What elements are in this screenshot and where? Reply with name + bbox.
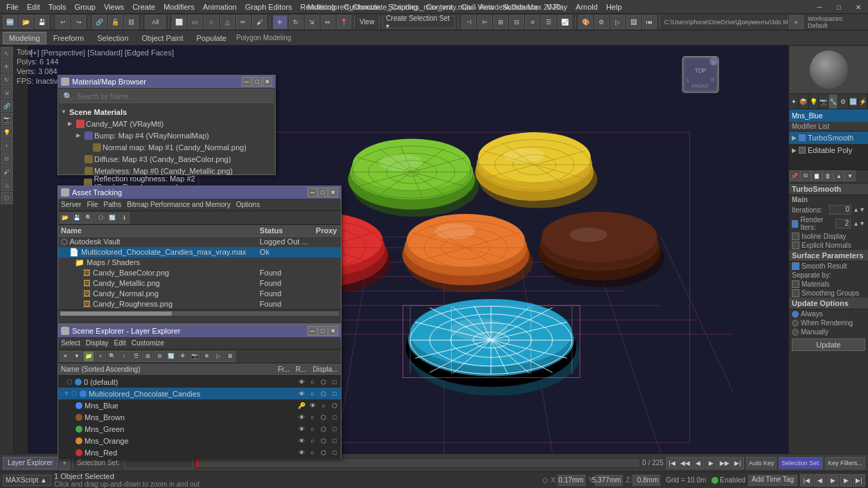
mat-maximize[interactable]: □ [252,77,262,87]
left-rotate-icon[interactable]: ↻ [1,73,13,86]
asset-row-roughness[interactable]: 🖼 Candy_Roughness.png Found [58,299,341,309]
se-rend-brown[interactable]: ⬡ [319,413,328,422]
se-delete-btn[interactable]: ✕ [60,351,71,362]
menu-file[interactable]: File [3,2,22,12]
se-rend-0[interactable]: ⬡ [319,377,328,387]
asset-row-normal[interactable]: 🖼 Candy_Normal.png Found [58,289,341,299]
se-disp-brown[interactable]: □ [330,413,339,422]
pb-start[interactable]: |◀ [666,457,678,469]
mat-candy-mat[interactable]: ▶ Candy_MAT (VRayMtl) [60,118,274,129]
pb-selected[interactable]: Selection Set: [779,457,823,469]
paint-btn[interactable]: 🖌 [252,15,267,29]
se-col-display[interactable]: Displa... [310,365,341,373]
mod-icon-paste[interactable]: 📋 [811,170,822,181]
pb-back[interactable]: ◀ [692,457,705,469]
mod-cb-2[interactable] [799,147,806,154]
menu-animation[interactable]: Animation [200,2,240,12]
unlink-button[interactable]: 🔓 [108,15,123,29]
circ-btn[interactable]: ○ [204,15,218,29]
mirror-btn[interactable]: ⊣ [461,15,476,29]
render-iters-value[interactable]: 2 [835,219,851,228]
pb-end[interactable]: ▶| [732,457,744,469]
rendering-radio[interactable] [792,320,799,327]
col-name[interactable]: Name [58,225,257,236]
modifier-turbosmooth[interactable]: ▶ TurboSmooth [789,132,868,144]
se-row-0[interactable]: ⬡ 0 (default) 👁 ○ ⬡ □ [58,376,341,388]
mod-icon-copy[interactable]: ⧉ [800,170,811,181]
y-value[interactable]: 5.377mm [595,475,623,486]
asset-menu-bitmap[interactable]: Bitmap Performance and Memory [127,201,231,208]
mat-minimize[interactable]: ─ [242,77,251,87]
se-refresh-btn[interactable]: 🔄 [166,351,177,362]
se-rend-1[interactable]: ⬡ [319,389,328,399]
menu-graph-editors[interactable]: Graph Editors [242,2,296,12]
select-btn[interactable]: ⬜ [172,15,186,29]
maxscript-field[interactable]: MAXScript ▲ [3,475,51,486]
render-btn[interactable]: ▷ [610,15,625,29]
pb2-start[interactable]: |◀ [800,474,813,487]
se-menu-display[interactable]: Display [86,339,109,347]
pb-prev[interactable]: ◀◀ [679,457,691,469]
x-value[interactable]: 0.17mm [558,475,585,486]
asset-row-basecolor[interactable]: 🖼 Candy_BaseColor.png Found [58,268,341,278]
left-light-icon[interactable]: 💡 [1,126,13,138]
left-link-icon[interactable]: 🔗 [1,100,13,112]
pb2-play[interactable]: ▶ [826,474,839,487]
se-eye-1[interactable]: 👁 [296,389,306,399]
menu-views[interactable]: Views [100,2,127,12]
se-display-btn[interactable]: 🖥 [224,351,236,362]
rp-tab-3[interactable]: 📷 [819,94,829,109]
align-btn[interactable]: ⊨ [477,15,492,29]
left-space-icon[interactable]: ⊙ [1,152,13,165]
always-radio[interactable] [792,311,799,318]
pb-fwd[interactable]: ▶▶ [718,457,731,469]
more-toolbar-btn[interactable]: » [789,15,804,29]
left-camera-icon[interactable]: 📷 [1,113,13,125]
mod-icon-pin[interactable]: 📌 [789,170,800,181]
se-search-btn[interactable]: 🔍 [107,351,118,362]
left-shapes-icon[interactable]: △ [1,179,13,191]
mat-close[interactable]: ✕ [263,77,272,87]
asset-menu-file[interactable]: File [87,201,98,208]
se-cam-1[interactable]: ○ [308,389,317,399]
manually-radio[interactable] [792,329,799,336]
rp-tab-6[interactable]: 🔢 [849,94,858,109]
se-row-green[interactable]: Mns_Green 👁 ○ ⬡ □ [58,423,341,435]
timeline-track[interactable] [195,458,641,468]
iterations-spin[interactable]: ▲▼ [853,206,865,213]
rp-tab-1[interactable]: 📦 [799,94,808,109]
scale-btn[interactable]: ⇲ [305,15,319,29]
se-eye-blue[interactable]: 🔑 [296,401,306,410]
se-local-btn[interactable]: 📁 [83,351,94,362]
asset-row-metallic[interactable]: 🖼 Candy_Metallic.png Found [58,278,341,289]
menu-modifiers[interactable]: Modifiers [160,2,198,12]
materials-cb[interactable] [792,280,799,288]
se-cam-brown[interactable]: ○ [308,413,317,422]
workspaces-label[interactable]: Workspaces: Default [805,15,865,29]
mode-object-paint[interactable]: Object Paint [136,32,190,44]
z-value[interactable]: 0.8mm [632,475,660,486]
se-menu-customize[interactable]: Customize [132,339,164,347]
se-list-btn[interactable]: ☰ [130,351,141,362]
selection-set-dropdown[interactable]: Create Selection Set ▾ [382,16,455,28]
asset-menu-paths[interactable]: Paths [104,201,122,208]
slate-btn[interactable]: 🎨 [578,15,593,29]
menu-tools[interactable]: Tools [45,2,70,12]
mode-freeform[interactable]: Freeform [47,32,91,44]
se-eye-red[interactable]: 👁 [296,448,306,458]
update-button[interactable]: Update [792,338,865,351]
asset-row-max[interactable]: 📄 Multicolored_Chocolate_Candies_max_vra… [58,247,341,257]
render-last-btn[interactable]: ⏮ [642,15,657,29]
mode-selection[interactable]: Selection [91,32,134,44]
rect-btn[interactable]: ▭ [188,15,202,29]
se-menu-select[interactable]: Select [61,339,80,347]
menu-vray[interactable]: V-Ray [543,2,571,12]
mod-icon-down[interactable]: ▼ [844,170,856,181]
place-btn[interactable]: 📍 [337,15,351,29]
menu-create[interactable]: Create [129,2,159,12]
menu-rendering[interactable]: Rendering [297,2,339,12]
isoline-cb[interactable] [792,233,799,240]
menu-help[interactable]: Help [603,2,626,12]
mod-icon-up[interactable]: ▲ [833,170,844,181]
undo-button[interactable]: ↩ [55,15,70,29]
